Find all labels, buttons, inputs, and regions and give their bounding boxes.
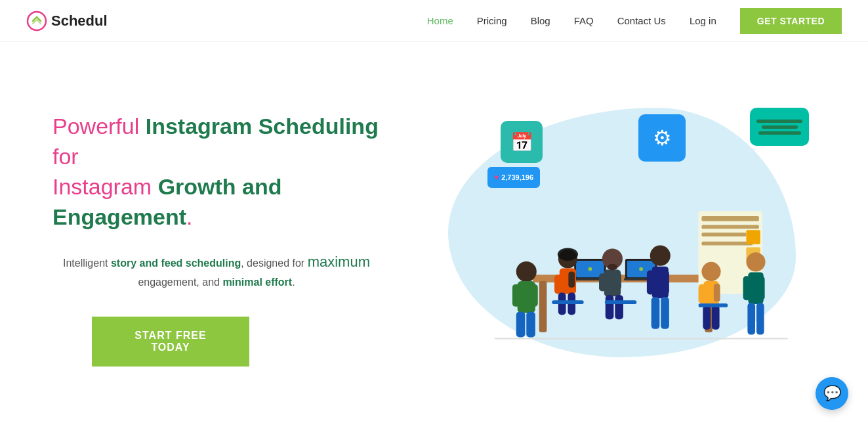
nav-blog[interactable]: Blog bbox=[531, 15, 550, 26]
svg-rect-37 bbox=[615, 295, 623, 319]
hero-sub-end: . bbox=[292, 277, 295, 288]
svg-point-7 bbox=[589, 267, 592, 271]
svg-rect-23 bbox=[516, 312, 526, 338]
get-started-button[interactable]: GET STARTED bbox=[740, 8, 842, 34]
chat-line-2 bbox=[762, 125, 798, 129]
hero-sub-big: maximum bbox=[308, 254, 370, 270]
svg-rect-49 bbox=[703, 305, 711, 330]
hero-title-part2: forInstagram bbox=[52, 144, 158, 199]
svg-point-45 bbox=[701, 262, 720, 281]
main-content: Powerful Instagram Scheduling forInstagr… bbox=[0, 42, 868, 423]
svg-rect-54 bbox=[758, 276, 765, 300]
svg-point-0 bbox=[28, 12, 46, 30]
svg-rect-15 bbox=[701, 233, 746, 236]
hero-sub-part3: engagement, and bbox=[138, 277, 222, 288]
hero-title-part1: Powerful bbox=[52, 114, 146, 139]
svg-point-11 bbox=[639, 267, 643, 271]
svg-rect-59 bbox=[605, 300, 637, 304]
brand-logo[interactable]: Schedul bbox=[26, 11, 108, 32]
navbar: Schedul Home Pricing Blog FAQ Contact Us… bbox=[0, 0, 868, 42]
hero-sub-bold2: minimal effort bbox=[222, 277, 292, 288]
svg-rect-47 bbox=[699, 284, 706, 303]
svg-rect-42 bbox=[662, 270, 669, 294]
svg-rect-21 bbox=[512, 284, 520, 307]
svg-rect-35 bbox=[614, 272, 621, 290]
chat-line-1 bbox=[756, 120, 802, 123]
people-scene bbox=[455, 147, 789, 370]
svg-point-19 bbox=[516, 261, 537, 282]
hero-sub-bold: story and feed scheduling bbox=[111, 257, 241, 269]
svg-rect-17 bbox=[746, 230, 760, 244]
svg-rect-2 bbox=[539, 281, 547, 332]
nav-links: Home Pricing Blog FAQ Contact Us Log in … bbox=[427, 8, 842, 34]
svg-rect-41 bbox=[647, 270, 654, 294]
hero-illustration: ♥ 2,739,196 bbox=[435, 101, 816, 377]
start-free-button[interactable]: START FREE TODAY bbox=[92, 317, 249, 367]
svg-rect-44 bbox=[661, 297, 669, 329]
svg-point-51 bbox=[746, 252, 765, 271]
chat-bubble bbox=[750, 108, 809, 146]
nav-login[interactable]: Log in bbox=[690, 15, 716, 26]
svg-rect-24 bbox=[526, 312, 535, 338]
brand-name: Schedul bbox=[51, 12, 108, 30]
nav-home[interactable]: Home bbox=[427, 15, 453, 26]
logo-icon bbox=[26, 11, 47, 32]
hero-title: Powerful Instagram Scheduling forInstagr… bbox=[52, 112, 381, 233]
svg-point-39 bbox=[650, 246, 671, 266]
svg-rect-50 bbox=[712, 305, 720, 330]
svg-rect-48 bbox=[714, 284, 720, 301]
hero-sub-part1: Intelligent bbox=[63, 257, 111, 269]
svg-rect-55 bbox=[747, 303, 755, 335]
chat-fab-button[interactable] bbox=[816, 377, 848, 410]
svg-point-38 bbox=[608, 264, 618, 271]
svg-rect-56 bbox=[756, 303, 764, 335]
hero-sub-part2: , designed for bbox=[241, 257, 307, 269]
svg-rect-22 bbox=[530, 284, 538, 307]
chat-line-3 bbox=[758, 131, 801, 135]
svg-rect-58 bbox=[552, 300, 584, 304]
svg-rect-43 bbox=[651, 297, 660, 329]
hero-subtitle: Intelligent story and feed scheduling, d… bbox=[52, 250, 381, 290]
svg-rect-14 bbox=[701, 225, 758, 229]
svg-rect-28 bbox=[568, 271, 575, 287]
svg-rect-34 bbox=[599, 273, 606, 291]
hero-title-brand: Instagram Scheduling bbox=[146, 114, 379, 139]
team-illustration bbox=[455, 147, 789, 370]
svg-rect-60 bbox=[699, 303, 728, 307]
hero-title-dot: . bbox=[186, 204, 192, 229]
svg-rect-13 bbox=[701, 216, 758, 221]
svg-rect-27 bbox=[554, 275, 562, 294]
hero-section: Powerful Instagram Scheduling forInstagr… bbox=[52, 112, 381, 367]
nav-contact[interactable]: Contact Us bbox=[617, 15, 666, 26]
svg-rect-53 bbox=[743, 276, 751, 300]
svg-rect-36 bbox=[606, 295, 614, 319]
svg-rect-16 bbox=[701, 242, 753, 246]
svg-point-31 bbox=[558, 248, 578, 260]
nav-pricing[interactable]: Pricing bbox=[477, 15, 507, 26]
nav-faq[interactable]: FAQ bbox=[574, 15, 594, 26]
